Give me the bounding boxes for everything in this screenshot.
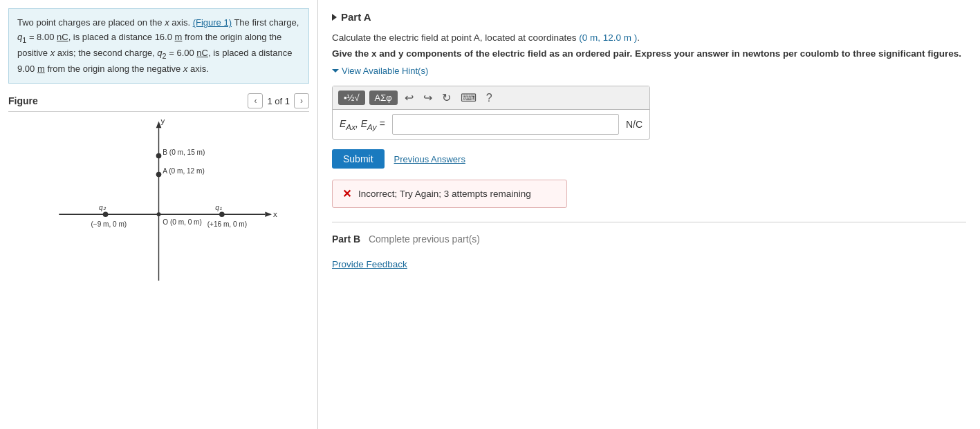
collapse-triangle [332,14,337,21]
fraction-sqrt-button[interactable]: ▪½√ [338,90,365,105]
origin-label: O (0 m, 0 m) [163,218,202,226]
part-a-header: Part A [332,11,966,23]
part-a-label: Part A [341,11,371,23]
question-line1: Calculate the electric field at point A,… [332,32,966,43]
part-b-label: Part B [332,233,360,245]
hint-link[interactable]: View Available Hint(s) [332,66,966,76]
problem-description: Two point charges are placed on the x ax… [8,8,309,84]
question-line2: Give the x and y components of the elect… [332,48,966,59]
figure-section: Figure ‹ 1 of 1 › x y O (0 m [8,90,309,421]
prev-figure-button[interactable]: ‹ [248,93,263,108]
next-figure-button[interactable]: › [294,93,309,108]
math-toolbar: ▪½√ ΑΣφ ↩ ↪ ↻ ⌨ ? [333,86,649,110]
previous-answers-button[interactable]: Previous Answers [394,154,465,164]
figure-page: 1 of 1 [267,96,290,106]
point-a-label: A (0 m, 12 m) [163,167,204,175]
q2-label: q₂ [99,204,107,211]
part-b-text: Complete previous part(s) [369,233,480,245]
svg-point-8 [219,212,225,218]
error-icon: ✕ [342,187,351,200]
undo-button[interactable]: ↩ [402,90,416,106]
redo-button[interactable]: ↪ [420,90,435,106]
y-axis-label: y [160,117,165,126]
q1-label: q₁ [215,204,222,211]
svg-point-4 [157,213,161,217]
figure-link[interactable]: (Figure 1) [193,17,232,28]
fraction-sqrt-icon: ▪½√ [344,93,360,103]
math-answer-input[interactable] [392,114,619,135]
point-b-label: B (0 m, 15 m) [163,149,205,156]
error-text: Incorrect; Try Again; 3 attempts remaini… [358,189,531,199]
section-divider [332,222,966,222]
coordinates-highlight: (0 m, 12.0 m ) [579,32,637,43]
submit-button[interactable]: Submit [332,149,385,169]
figure-nav: ‹ 1 of 1 › [248,93,309,108]
hint-link-label: View Available Hint(s) [342,66,428,76]
keyboard-button[interactable]: ⌨ [458,90,479,106]
svg-point-6 [156,153,162,159]
math-label: EAx, EAy = [340,118,385,131]
math-input-container: ▪½√ ΑΣφ ↩ ↪ ↻ ⌨ ? EAx, EAy = N/C [332,86,650,140]
figure-diagram: x y O (0 m, 0 m) A (0 m, 12 m) B (0 m, 1… [8,115,309,287]
hint-triangle [332,69,339,73]
svg-point-5 [156,172,162,178]
svg-point-7 [103,212,109,218]
greek-icon: ΑΣφ [375,93,392,103]
math-input-row: EAx, EAy = N/C [333,110,649,139]
help-button[interactable]: ? [483,90,495,106]
q1-coords-label: (+16 m, 0 m) [207,220,247,228]
figure-canvas: x y O (0 m, 0 m) A (0 m, 12 m) B (0 m, 1… [8,115,309,421]
q2-coords-label: (−9 m, 0 m) [91,220,127,228]
part-b-section: Part B Complete previous part(s) [332,233,966,245]
figure-header: Figure ‹ 1 of 1 › [8,90,309,112]
greek-button[interactable]: ΑΣφ [369,90,398,105]
figure-title: Figure [8,95,38,106]
refresh-button[interactable]: ↻ [439,90,454,106]
right-panel: Part A Calculate the electric field at p… [318,0,980,429]
error-box: ✕ Incorrect; Try Again; 3 attempts remai… [332,180,567,208]
provide-feedback-button[interactable]: Provide Feedback [332,259,407,269]
submit-row: Submit Previous Answers [332,149,966,169]
x-axis-label: x [273,210,277,218]
svg-marker-1 [265,212,272,218]
math-unit: N/C [626,119,642,130]
left-panel: Two point charges are placed on the x ax… [0,0,318,429]
